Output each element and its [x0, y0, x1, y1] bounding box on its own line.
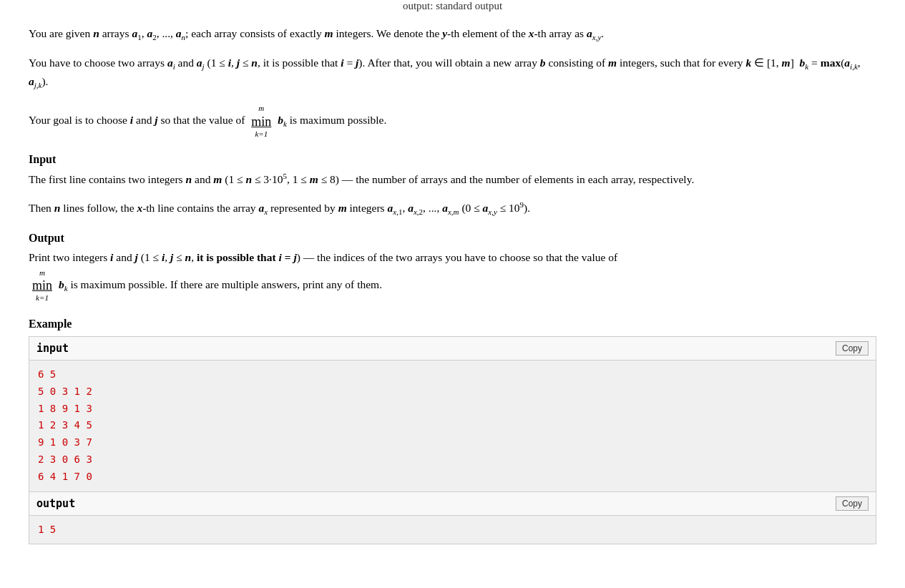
- input-line-5: 9 1 0 3 7: [38, 434, 867, 451]
- input-label: input: [36, 342, 69, 355]
- header-output: output: standard output: [29, 0, 876, 12]
- output-line-1: 1 5: [38, 521, 867, 539]
- input-block: input Copy 6 5 5 0 3 1 2 1 8 9 1 3 1 2 3…: [29, 336, 876, 492]
- input-line-3: 1 8 9 1 3: [38, 401, 867, 418]
- input-content: 6 5 5 0 3 1 2 1 8 9 1 3 1 2 3 4 5 9 1 0 …: [29, 361, 876, 491]
- copy-input-button[interactable]: Copy: [836, 341, 869, 356]
- input-line-4: 1 2 3 4 5: [38, 417, 867, 434]
- input-section-title: Input: [29, 153, 876, 166]
- input-para1: The first line contains two integers n a…: [29, 170, 876, 189]
- example-title: Example: [29, 318, 876, 330]
- output-section-title: Output: [29, 232, 876, 245]
- problem-para1: You are given n arrays a1, a2, ..., an; …: [29, 25, 876, 44]
- input-line-7: 6 4 1 7 0: [38, 469, 867, 486]
- output-para1: Print two integers i and j (1 ≤ i, j ≤ n…: [29, 249, 876, 305]
- input-para2: Then n lines follow, the x-th line conta…: [29, 199, 876, 219]
- output-block-header: output Copy: [29, 492, 876, 516]
- input-line-1: 6 5: [38, 366, 867, 383]
- output-content: 1 5: [29, 516, 876, 544]
- input-block-header: input Copy: [29, 337, 876, 361]
- copy-output-button[interactable]: Copy: [836, 496, 869, 511]
- problem-para3: Your goal is to choose i and j so that t…: [29, 102, 876, 140]
- input-line-2: 5 0 3 1 2: [38, 383, 867, 401]
- output-block: output Copy 1 5: [29, 492, 876, 545]
- input-line-6: 2 3 0 6 3: [38, 451, 867, 469]
- problem-para2: You have to choose two arrays ai and aj …: [29, 54, 876, 92]
- output-label: output: [36, 497, 75, 510]
